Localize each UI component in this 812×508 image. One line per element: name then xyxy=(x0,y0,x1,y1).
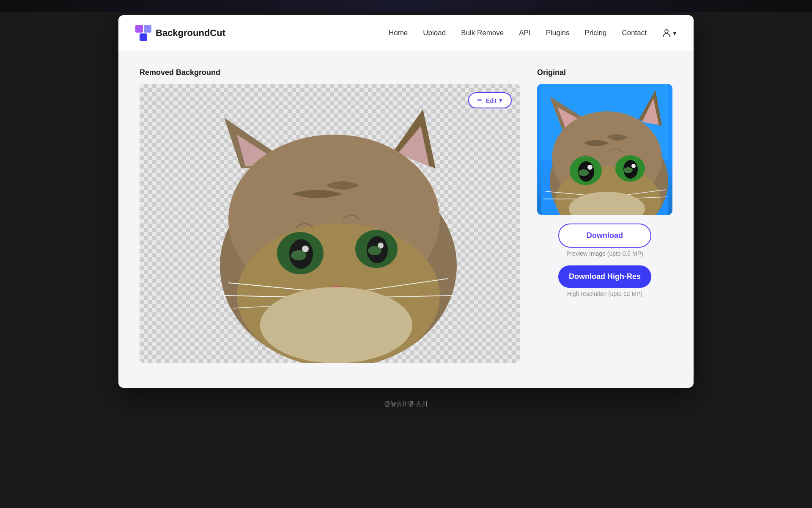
watermark-text: @智言川语-言川 xyxy=(384,400,428,407)
cat-silhouette-svg xyxy=(140,84,520,363)
top-decorative-bar xyxy=(0,0,812,12)
user-icon xyxy=(662,28,671,38)
preview-label: Preview Image (upto 0.5 MP) xyxy=(566,250,643,257)
original-title: Original xyxy=(537,68,672,77)
download-highres-button[interactable]: Download High-Res xyxy=(558,265,651,288)
edit-button-label: Edit xyxy=(486,97,497,104)
svg-point-42 xyxy=(623,167,633,173)
removed-bg-image-area: ✏ Edit ▾ xyxy=(140,84,520,363)
svg-rect-2 xyxy=(140,33,147,41)
left-panel: Removed Background xyxy=(140,68,520,363)
svg-point-3 xyxy=(665,30,668,33)
svg-point-18 xyxy=(368,246,381,255)
logo[interactable]: BackgroundCut xyxy=(135,25,225,41)
nav-links: Home Upload Bulk Remove API Plugins Pric… xyxy=(389,28,677,38)
original-cat-svg xyxy=(537,84,672,215)
svg-point-41 xyxy=(579,169,589,176)
footer-watermark: @智言川语-言川 xyxy=(0,396,812,417)
nav-bulk-remove[interactable]: Bulk Remove xyxy=(461,29,504,37)
user-menu[interactable]: ▾ xyxy=(662,28,677,38)
highres-label: High resolution (upto 12 MP) xyxy=(567,290,642,297)
svg-point-39 xyxy=(587,165,593,170)
svg-point-40 xyxy=(631,164,636,168)
user-dropdown-arrow: ▾ xyxy=(673,29,677,38)
logo-text: BackgroundCut xyxy=(156,28,225,39)
nav-home[interactable]: Home xyxy=(389,29,408,37)
right-panel: Original xyxy=(537,68,672,363)
download-button[interactable]: Download xyxy=(558,224,651,248)
removed-bg-title: Removed Background xyxy=(140,68,520,77)
svg-rect-0 xyxy=(135,25,143,33)
nav-plugins[interactable]: Plugins xyxy=(546,29,570,37)
cat-removed-image xyxy=(140,84,520,363)
svg-point-17 xyxy=(291,250,306,260)
download-section: Download Preview Image (upto 0.5 MP) Dow… xyxy=(537,224,672,297)
nav-api[interactable]: API xyxy=(519,29,530,37)
edit-button[interactable]: ✏ Edit ▾ xyxy=(468,92,512,108)
logo-icon xyxy=(135,25,151,41)
edit-pencil-icon: ✏ xyxy=(477,97,483,104)
main-container: BackgroundCut Home Upload Bulk Remove AP… xyxy=(118,15,694,388)
nav-pricing[interactable]: Pricing xyxy=(584,29,606,37)
nav-upload[interactable]: Upload xyxy=(423,29,446,37)
navbar: BackgroundCut Home Upload Bulk Remove AP… xyxy=(118,15,694,51)
svg-point-25 xyxy=(260,287,412,363)
original-cat-image xyxy=(537,84,672,215)
content-area: Removed Background xyxy=(118,51,694,380)
edit-dropdown-arrow: ▾ xyxy=(499,97,502,104)
original-image-area xyxy=(537,84,672,215)
svg-rect-1 xyxy=(144,25,151,33)
nav-contact[interactable]: Contact xyxy=(622,29,647,37)
